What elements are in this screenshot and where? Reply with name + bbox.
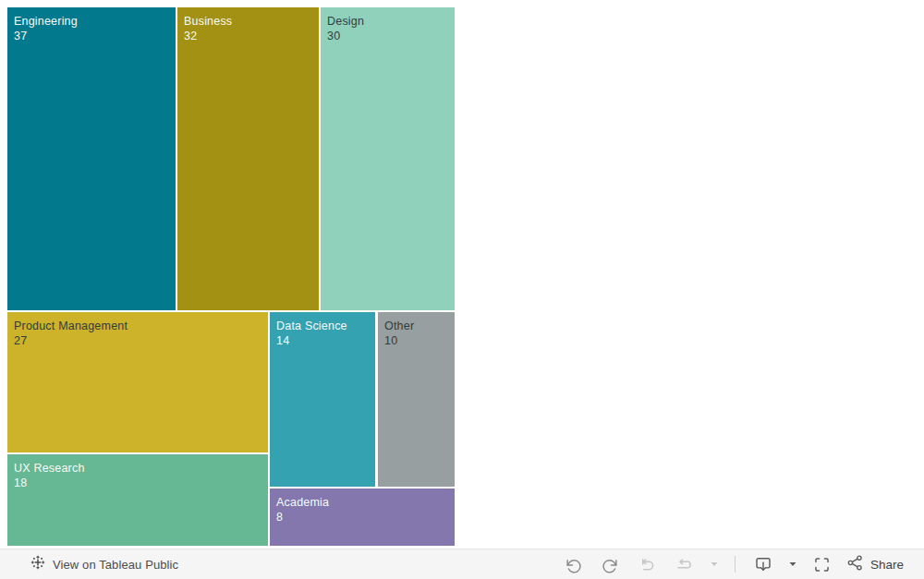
tile-value-label: 18 — [14, 476, 261, 490]
tile-value-label: 37 — [14, 29, 169, 43]
treemap-tile-product-management[interactable]: Product Management27 — [7, 312, 268, 452]
tableau-embedded-viz: Engineering37Business32Design30Product M… — [0, 0, 924, 579]
chevron-down-icon — [788, 560, 797, 569]
treemap-tile-ux-research[interactable]: UX Research18 — [7, 454, 268, 546]
viz-toolbar: Share — [555, 551, 904, 577]
treemap-tile-data-science[interactable]: Data Science14 — [270, 312, 375, 487]
treemap-tile-academia[interactable]: Academia8 — [270, 489, 455, 546]
treemap-tile-engineering[interactable]: Engineering37 — [7, 7, 176, 310]
view-on-tableau-public-label: View on Tableau Public — [53, 558, 178, 572]
undo-button[interactable] — [555, 551, 592, 577]
tile-category-label: UX Research — [14, 461, 261, 476]
tile-category-label: Data Science — [276, 319, 369, 333]
treemap-chart: Engineering37Business32Design30Product M… — [7, 7, 455, 546]
download-button[interactable] — [745, 551, 782, 577]
fullscreen-icon — [813, 556, 831, 573]
tile-category-label: Engineering — [14, 14, 169, 29]
undo-icon — [565, 556, 582, 573]
tile-category-label: Design — [327, 14, 448, 29]
refresh-options-caret[interactable] — [703, 551, 725, 577]
tableau-logo-icon — [30, 555, 45, 573]
tile-value-label: 8 — [276, 510, 448, 525]
download-icon — [754, 555, 772, 573]
treemap-tile-business[interactable]: Business32 — [177, 7, 319, 310]
share-button[interactable]: Share — [846, 554, 904, 574]
treemap-tile-other[interactable]: Other10 — [378, 312, 455, 487]
tile-value-label: 30 — [327, 29, 448, 43]
share-icon — [846, 554, 864, 574]
tile-category-label: Product Management — [14, 319, 261, 333]
revert-button[interactable] — [629, 551, 666, 577]
tableau-footer: View on Tableau Public — [0, 549, 924, 579]
view-on-tableau-public-link[interactable]: View on Tableau Public — [30, 555, 178, 573]
share-label: Share — [870, 558, 904, 572]
redo-button[interactable] — [592, 551, 629, 577]
download-options-caret[interactable] — [782, 551, 804, 577]
refresh-icon — [675, 556, 693, 573]
tile-value-label: 27 — [14, 333, 261, 348]
tile-value-label: 32 — [184, 29, 312, 43]
tile-value-label: 14 — [276, 333, 369, 348]
refresh-button[interactable] — [666, 551, 703, 577]
revert-icon — [638, 556, 656, 573]
treemap-tile-design[interactable]: Design30 — [321, 7, 455, 310]
chevron-down-icon — [710, 560, 719, 569]
tile-category-label: Other — [384, 319, 448, 333]
tile-category-label: Academia — [276, 495, 448, 510]
fullscreen-button[interactable] — [804, 551, 841, 577]
tile-category-label: Business — [184, 14, 312, 29]
toolbar-divider — [735, 556, 736, 573]
redo-icon — [602, 556, 619, 573]
tile-value-label: 10 — [384, 333, 448, 348]
